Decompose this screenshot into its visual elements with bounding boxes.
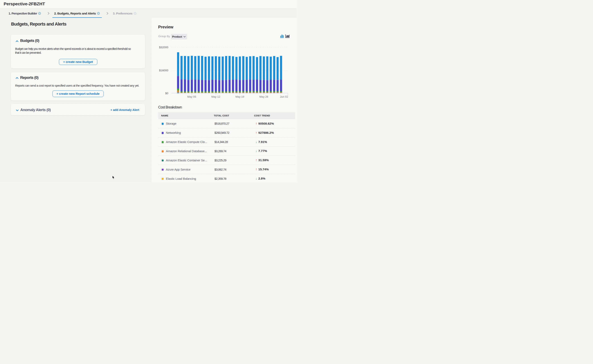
svg-text:May 19: May 19 [235,95,244,98]
svg-text:$32000: $32000 [159,46,168,49]
svg-text:$16000: $16000 [159,69,168,72]
svg-text:May 05: May 05 [187,95,196,98]
svg-text:May 26: May 26 [260,95,268,98]
svg-text:Jun 02: Jun 02 [280,95,288,98]
svg-text:May 12: May 12 [211,95,220,98]
svg-text:$0: $0 [165,92,168,95]
